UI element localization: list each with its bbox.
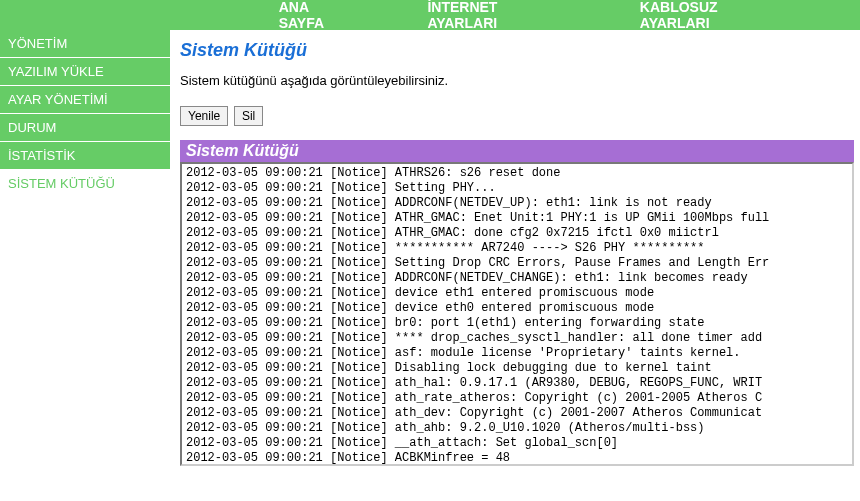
- nav-wireless-settings[interactable]: KABLOSUZ AYARLARI: [640, 0, 790, 31]
- sidebar-item-firmware[interactable]: YAZILIM YÜKLE: [0, 58, 170, 86]
- log-line: 2012-03-05 09:00:21 [Notice] ***********…: [186, 241, 848, 256]
- page-title: Sistem Kütüğü: [180, 40, 854, 61]
- log-line: 2012-03-05 09:00:21 [Notice] device eth1…: [186, 286, 848, 301]
- log-line: 2012-03-05 09:00:21 [Notice] Setting PHY…: [186, 181, 848, 196]
- sidebar-item-management[interactable]: YÖNETİM: [0, 30, 170, 58]
- log-line: 2012-03-05 09:00:21 [Notice] ath_ahb: 9.…: [186, 421, 848, 436]
- log-line: 2012-03-05 09:00:21 [Notice] **** drop_c…: [186, 331, 848, 346]
- sidebar-item-settings-mgmt[interactable]: AYAR YÖNETİMİ: [0, 86, 170, 114]
- delete-button[interactable]: Sil: [234, 106, 263, 126]
- log-line: 2012-03-05 09:00:21 [Notice] br0: port 1…: [186, 316, 848, 331]
- refresh-button[interactable]: Yenile: [180, 106, 228, 126]
- log-textarea[interactable]: 2012-03-05 09:00:21 [Notice] ATHRS26: s2…: [180, 162, 854, 466]
- page-description: Sistem kütüğünü aşağıda görüntüleyebilir…: [180, 73, 854, 88]
- nav-home[interactable]: ANA SAYFA: [279, 0, 358, 31]
- top-nav: ANA SAYFA İNTERNET AYARLARI KABLOSUZ AYA…: [0, 0, 860, 30]
- log-section-header: Sistem Kütüğü: [180, 140, 854, 162]
- log-line: 2012-03-05 09:00:21 [Notice] __ath_attac…: [186, 436, 848, 451]
- log-line: 2012-03-05 09:00:21 [Notice] ATHR_GMAC: …: [186, 226, 848, 241]
- main-content: Sistem Kütüğü Sistem kütüğünü aşağıda gö…: [170, 30, 860, 466]
- log-line: 2012-03-05 09:00:21 [Notice] Setting Dro…: [186, 256, 848, 271]
- log-line: 2012-03-05 09:00:21 [Notice] ATHR_GMAC: …: [186, 211, 848, 226]
- button-row: Yenile Sil: [180, 106, 854, 126]
- nav-internet-settings[interactable]: İNTERNET AYARLARI: [427, 0, 569, 31]
- log-line: 2012-03-05 09:00:21 [Notice] ath_rate_at…: [186, 391, 848, 406]
- log-line: 2012-03-05 09:00:21 [Notice] ADDRCONF(NE…: [186, 271, 848, 286]
- sidebar: YÖNETİM YAZILIM YÜKLE AYAR YÖNETİMİ DURU…: [0, 30, 170, 466]
- sidebar-item-statistics[interactable]: İSTATİSTİK: [0, 142, 170, 170]
- sidebar-item-system-log[interactable]: SİSTEM KÜTÜĞÜ: [0, 170, 170, 198]
- sidebar-item-status[interactable]: DURUM: [0, 114, 170, 142]
- log-line: 2012-03-05 09:00:21 [Notice] ACBKMinfree…: [186, 451, 848, 466]
- log-line: 2012-03-05 09:00:21 [Notice] asf: module…: [186, 346, 848, 361]
- log-line: 2012-03-05 09:00:21 [Notice] ADDRCONF(NE…: [186, 196, 848, 211]
- log-line: 2012-03-05 09:00:21 [Notice] ath_hal: 0.…: [186, 376, 848, 391]
- log-line: 2012-03-05 09:00:21 [Notice] Disabling l…: [186, 361, 848, 376]
- log-line: 2012-03-05 09:00:21 [Notice] device eth0…: [186, 301, 848, 316]
- log-line: 2012-03-05 09:00:21 [Notice] ath_dev: Co…: [186, 406, 848, 421]
- log-line: 2012-03-05 09:00:21 [Notice] ATHRS26: s2…: [186, 166, 848, 181]
